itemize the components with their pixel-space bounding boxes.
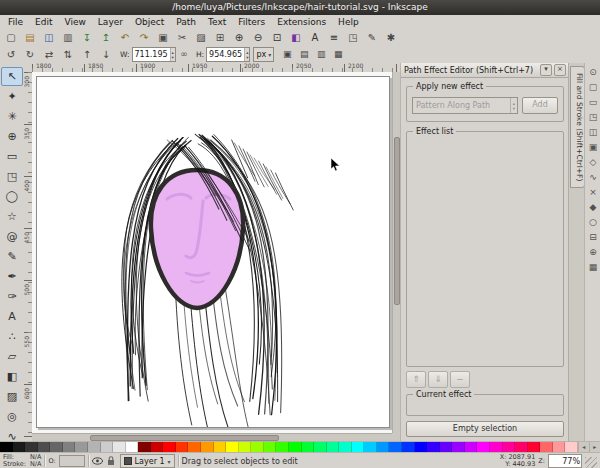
undo-button[interactable]: ↶ xyxy=(116,29,134,46)
copy-button[interactable]: ▣ xyxy=(154,29,172,46)
tool-tweak[interactable]: ✳ xyxy=(1,107,23,126)
fill-stroke-indicator[interactable]: Fill: N/A Stroke: N/A xyxy=(3,454,41,468)
print-document-button[interactable]: ▥ xyxy=(59,29,77,46)
effect-type-combo[interactable]: Pattern Along Path ▴▾ xyxy=(412,97,518,114)
snap-paths-toggle[interactable]: ∿ xyxy=(586,170,600,185)
flip-vertical-button[interactable]: ⇅ xyxy=(59,46,77,63)
duplicate-button[interactable]: ⊞ xyxy=(211,29,229,46)
layer-visibility-icon[interactable] xyxy=(92,456,103,466)
zoom-in-button[interactable]: ⊕ xyxy=(230,29,248,46)
zoom-out-button[interactable]: ⊖ xyxy=(249,29,267,46)
dock-shade-button[interactable]: ▾ xyxy=(540,64,552,76)
menu-path[interactable]: Path xyxy=(170,16,202,29)
drawing-page[interactable] xyxy=(36,76,390,428)
tool-spiral[interactable]: @ xyxy=(1,227,23,246)
menu-file[interactable]: File xyxy=(2,16,29,29)
snap-object-centers-toggle[interactable]: ⊕ xyxy=(586,245,600,260)
dock-close-button[interactable]: × xyxy=(554,64,566,76)
unit-selector[interactable]: px ▾ xyxy=(253,47,274,62)
rotate-90-cw-button[interactable]: ↻ xyxy=(21,46,39,63)
affect-gradients-toggle[interactable]: ▥ xyxy=(313,46,329,63)
snap-bbox-midpoints-toggle[interactable]: ◫ xyxy=(586,125,600,140)
snap-enable-toggle[interactable]: ⊙ xyxy=(586,65,600,80)
affect-corners-toggle[interactable]: ▤ xyxy=(296,46,312,63)
snap-page-border-toggle[interactable]: ▦ xyxy=(586,260,600,275)
tool-gradient[interactable]: ▨ xyxy=(1,387,23,406)
preferences-button[interactable]: ✱ xyxy=(382,29,400,46)
width-input[interactable]: 711.195 ▴▾ xyxy=(132,47,176,62)
layer-selector[interactable]: Layer 1 ▾ xyxy=(120,454,175,468)
tool-calligraphy[interactable]: ✑ xyxy=(1,287,23,306)
text-and-font-dialog-button[interactable]: A xyxy=(306,29,324,46)
raise-to-top-button[interactable]: ↑ xyxy=(78,46,96,63)
fill-and-stroke-dialog-button[interactable]: ◧ xyxy=(287,29,305,46)
tool-bezier-pen[interactable]: ✒ xyxy=(1,267,23,286)
snap-nodes-toggle[interactable]: ◇ xyxy=(586,155,600,170)
move-effect-up-button[interactable]: ⇑ xyxy=(406,371,426,388)
dock-header[interactable]: Path Effect Editor (Shift+Ctrl+7) ▾ × xyxy=(401,63,569,78)
tool-selector[interactable]: ↖ xyxy=(1,67,23,86)
canvas[interactable] xyxy=(32,72,392,433)
move-effect-down-button[interactable]: ⇓ xyxy=(428,371,448,388)
open-document-button[interactable]: ▤ xyxy=(21,29,39,46)
snap-smooth-nodes-toggle[interactable]: ○ xyxy=(586,215,600,230)
tool-zoom[interactable]: ⊕ xyxy=(1,127,23,146)
remove-effect-button[interactable]: − xyxy=(450,371,470,388)
resize-grip[interactable] xyxy=(585,457,597,468)
cut-button[interactable]: ✂ xyxy=(173,29,191,46)
snap-midpoints-toggle[interactable]: ⊟ xyxy=(586,230,600,245)
rotate-90-ccw-button[interactable]: ↺ xyxy=(2,46,20,63)
window-titlebar[interactable]: /home/luya/Pictures/Inkscape/hair-tutori… xyxy=(0,0,600,15)
tool-rectangle[interactable]: ▭ xyxy=(1,147,23,166)
menu-text[interactable]: Text xyxy=(202,16,232,29)
tab-fill-and-stroke[interactable]: Fill and Stroke (Shift+Ctrl+F) xyxy=(570,66,585,188)
tool-ellipse[interactable]: ◯ xyxy=(1,187,23,206)
tool-spray[interactable]: ∴ xyxy=(1,327,23,346)
lock-ratio-icon[interactable]: ∞ xyxy=(177,46,191,63)
height-input[interactable]: 954.965 ▴▾ xyxy=(206,47,250,62)
menu-extensions[interactable]: Extensions xyxy=(271,16,332,29)
menu-object[interactable]: Object xyxy=(129,16,170,29)
snap-bbox-edges-toggle[interactable]: ▭ xyxy=(586,95,600,110)
snap-bbox-corners-toggle[interactable]: ◳ xyxy=(586,110,600,125)
tool-paint-bucket[interactable]: ◧ xyxy=(1,367,23,386)
tool-star[interactable]: ☆ xyxy=(1,207,23,226)
menu-filters[interactable]: Filters xyxy=(232,16,271,29)
width-label: W: xyxy=(120,50,130,59)
menu-help[interactable]: Help xyxy=(332,16,365,29)
align-and-distribute-dialog-button[interactable]: ≡ xyxy=(325,29,343,46)
tool-dropper[interactable]: ◎ xyxy=(1,407,23,426)
snap-intersections-toggle[interactable]: × xyxy=(586,185,600,200)
tool-eraser[interactable]: ▱ xyxy=(1,347,23,366)
import-bitmap-button[interactable]: ↧ xyxy=(78,29,96,46)
xml-editor-button[interactable]: ✎ xyxy=(363,29,381,46)
add-effect-button[interactable]: Add xyxy=(522,97,558,114)
snap-cusp-nodes-toggle[interactable]: ◆ xyxy=(586,200,600,215)
zoom-page-button[interactable]: ⊡ xyxy=(268,29,286,46)
snap-bbox-centers-toggle[interactable]: ▣ xyxy=(586,140,600,155)
tool-text[interactable]: A xyxy=(1,307,23,326)
lower-to-bottom-button[interactable]: ↓ xyxy=(97,46,115,63)
affect-patterns-toggle[interactable]: ▦ xyxy=(330,46,346,63)
affect-buttons: ▣▤▥▦ xyxy=(279,46,346,63)
snap-bbox-toggle[interactable]: ▢ xyxy=(586,80,600,95)
menu-edit[interactable]: Edit xyxy=(29,16,58,29)
tool-3d-box[interactable]: ◳ xyxy=(1,167,23,186)
opacity-input[interactable] xyxy=(59,455,85,467)
zoom-input[interactable]: 77% xyxy=(548,454,582,468)
new-document-button[interactable]: ▢ xyxy=(2,29,20,46)
spinner-arrows-icon[interactable]: ▴▾ xyxy=(170,48,175,61)
flip-horizontal-button[interactable]: ⇄ xyxy=(40,46,58,63)
tool-pencil[interactable]: ✎ xyxy=(1,247,23,266)
menu-view[interactable]: View xyxy=(59,16,92,29)
paste-button[interactable]: ▨ xyxy=(192,29,210,46)
document-properties-button[interactable]: ◳ xyxy=(344,29,362,46)
spinner-arrows-icon[interactable]: ▴▾ xyxy=(244,48,249,61)
menu-layer[interactable]: Layer xyxy=(92,16,129,29)
layer-lock-icon[interactable] xyxy=(106,456,117,466)
save-document-button[interactable]: ◫ xyxy=(40,29,58,46)
export-bitmap-button[interactable]: ↥ xyxy=(97,29,115,46)
affect-stroke-width-toggle[interactable]: ▣ xyxy=(279,46,295,63)
tool-node-editor[interactable]: ✦ xyxy=(1,87,23,106)
redo-button[interactable]: ↷ xyxy=(135,29,153,46)
